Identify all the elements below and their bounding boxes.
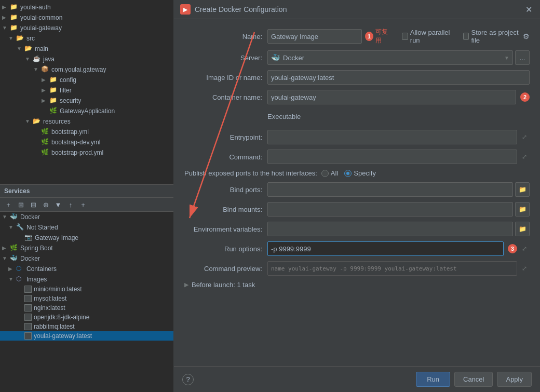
dialog-footer: ? Run Cancel Apply: [174, 366, 540, 392]
name-input[interactable]: [267, 29, 362, 44]
entrypoint-input[interactable]: [267, 130, 517, 144]
tree-item-security[interactable]: 📁 security: [0, 96, 173, 106]
bind-ports-input[interactable]: [267, 182, 513, 197]
toolbar-filter-btn[interactable]: ▼: [53, 199, 63, 210]
tree-label: youlai-common: [20, 14, 62, 21]
container-name-input[interactable]: [267, 90, 516, 104]
tree-item-package[interactable]: 📦 com.youlai.gateway: [0, 64, 173, 75]
service-nginx[interactable]: nginx:latest: [0, 303, 173, 313]
help-button[interactable]: ?: [182, 374, 194, 385]
radio-all-label: All: [331, 169, 338, 177]
tree-arrow: [17, 305, 23, 311]
service-mysql[interactable]: mysql:latest: [0, 294, 173, 303]
run-options-input[interactable]: [267, 241, 504, 256]
toolbar-expand-btn[interactable]: ⊞: [16, 199, 26, 210]
command-input[interactable]: [267, 150, 517, 164]
tree-item-src[interactable]: 📂 src: [0, 33, 173, 44]
tree-item-youlai-common[interactable]: 📁 youlai-common: [0, 12, 173, 23]
tree-arrow: [2, 245, 8, 251]
dialog-close-button[interactable]: ✕: [523, 4, 534, 15]
server-select[interactable]: 🐳 Docker ▼: [267, 50, 513, 65]
resources-icon: 📂: [33, 117, 41, 126]
toolbar-group-btn[interactable]: ⊕: [40, 199, 51, 210]
folder-icon: 📁: [49, 97, 58, 105]
footer-left: ?: [182, 374, 194, 385]
allow-parallel-label: Allow parallel run: [410, 29, 454, 44]
bind-ports-label: Bind ports:: [184, 186, 267, 194]
bind-ports-row: Bind ports: 📁: [184, 182, 530, 197]
tree-item-youlai-gateway[interactable]: 📁 youlai-gateway: [0, 23, 173, 33]
toolbar-add-btn[interactable]: +: [3, 199, 14, 210]
yaml-icon: 🌿: [41, 148, 49, 157]
radio-specify[interactable]: Specify: [344, 169, 376, 177]
folder-icon: 📁: [10, 13, 18, 22]
toolbar-collapse-btn[interactable]: ⊟: [28, 199, 38, 210]
image-id-input[interactable]: [267, 70, 530, 85]
before-launch-row[interactable]: ▶ Before launch: 1 task: [184, 281, 530, 289]
service-spring-boot[interactable]: 🌿 Spring Boot: [0, 243, 173, 253]
radio-outer-specify: [344, 170, 352, 177]
tree-item-gateway-app[interactable]: 🌿 GatewayApplication: [0, 106, 173, 116]
bind-ports-folder-btn[interactable]: 📁: [515, 182, 530, 197]
env-vars-input[interactable]: [267, 222, 513, 236]
tree-item-config[interactable]: 📁 config: [0, 75, 173, 85]
tree-arrow: [33, 66, 39, 73]
env-vars-folder-btn[interactable]: 📁: [515, 222, 530, 236]
tree-item-bootstrap-dev[interactable]: 🌿 bootstrap-dev.yml: [0, 137, 173, 147]
service-youlai-gateway[interactable]: youlai-gateway:latest: [0, 331, 173, 341]
dialog-body: Name: 1 可复用 Allow parallel run Store as …: [174, 19, 540, 366]
toolbar-new-btn[interactable]: +: [78, 199, 88, 210]
radio-inner-specify: [346, 172, 349, 175]
expand-icon[interactable]: ⤢: [519, 132, 530, 142]
service-minio[interactable]: minio/minio:latest: [0, 285, 173, 294]
tree-arrow: [33, 139, 39, 145]
tree-label: src: [26, 35, 35, 42]
tree-item-resources[interactable]: 📂 resources: [0, 116, 173, 127]
tree-label: youlai-gateway:latest: [34, 332, 92, 340]
tree-label: com.youlai.gateway: [51, 66, 106, 73]
radio-all[interactable]: All: [321, 169, 338, 177]
yaml-icon: 🌿: [41, 138, 49, 146]
gear-icon[interactable]: ⚙: [523, 32, 530, 40]
dropdown-arrow: ▼: [504, 55, 509, 61]
yaml-icon: 🌿: [41, 128, 49, 136]
cancel-button[interactable]: Cancel: [454, 372, 493, 387]
allow-parallel-run-checkbox[interactable]: Allow parallel run: [402, 29, 454, 44]
docker-icon: 🐳: [10, 213, 18, 221]
expand-icon[interactable]: ⤢: [519, 263, 530, 274]
server-more-button[interactable]: ...: [515, 50, 530, 65]
folder-icon: 📁: [10, 3, 18, 11]
apply-button[interactable]: Apply: [497, 372, 532, 387]
tree-item-java[interactable]: ☕ java: [0, 54, 173, 64]
service-gateway-image[interactable]: 📷 Gateway Image: [0, 233, 173, 243]
tree-arrow: [17, 46, 23, 52]
service-containers[interactable]: ⬡ Containers: [0, 264, 173, 274]
tree-label: Docker: [20, 255, 40, 262]
service-rabbitmq[interactable]: rabbitmq:latest: [0, 322, 173, 331]
tree-item-bootstrap[interactable]: 🌿 bootstrap.yml: [0, 127, 173, 137]
file-tree: 📁 youlai-auth 📁 youlai-common 📁 youlai-g…: [0, 0, 173, 184]
service-openjdk[interactable]: openjdk:8-jdk-alpine: [0, 313, 173, 322]
tree-arrow: [17, 314, 23, 320]
tree-arrow: [8, 276, 15, 282]
bind-mounts-folder-btn[interactable]: 📁: [515, 202, 530, 217]
toolbar-up-btn[interactable]: ↑: [65, 199, 76, 210]
tree-item-youlai-auth[interactable]: 📁 youlai-auth: [0, 2, 173, 12]
tree-label: bootstrap.yml: [51, 128, 89, 136]
service-docker-bottom[interactable]: 🐳 Docker: [0, 253, 173, 264]
service-images[interactable]: ⬡ Images: [0, 274, 173, 285]
service-not-started[interactable]: 🔧 Not Started: [0, 222, 173, 233]
run-button[interactable]: Run: [416, 372, 450, 387]
publish-ports-label: Publish exposed ports to the host interf…: [184, 169, 317, 177]
tree-item-bootstrap-prod[interactable]: 🌿 bootstrap-prod.yml: [0, 147, 173, 158]
tree-item-filter[interactable]: 📁 filter: [0, 85, 173, 96]
tree-arrow: [17, 286, 23, 292]
service-docker-top[interactable]: 🐳 Docker: [0, 212, 173, 222]
expand-icon[interactable]: ⤢: [519, 244, 530, 254]
expand-icon[interactable]: ⤢: [519, 152, 530, 162]
store-as-project-file-checkbox[interactable]: Store as project file ⚙: [463, 29, 530, 44]
bind-mounts-input[interactable]: [267, 202, 513, 217]
tree-item-main[interactable]: 📂 main: [0, 44, 173, 54]
folder-icon: 📁: [49, 86, 58, 94]
folder-icon: 📂: [24, 45, 33, 53]
